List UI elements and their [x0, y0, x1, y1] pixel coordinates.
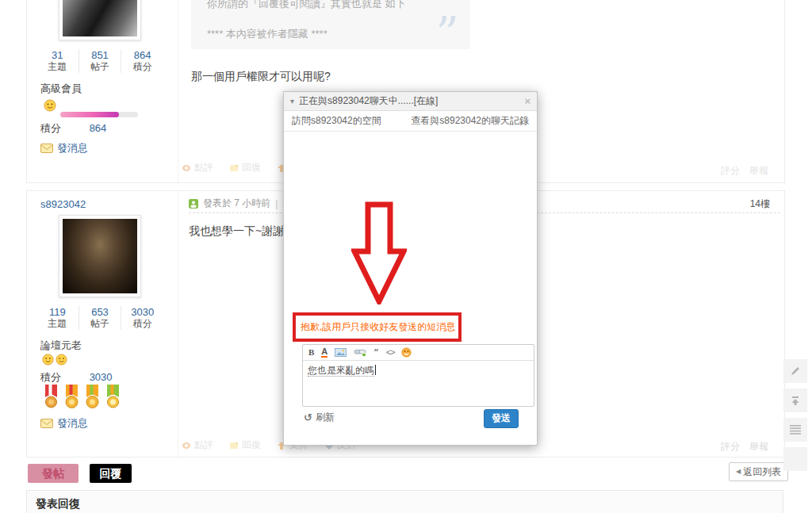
- medal-row: [42, 385, 122, 408]
- edit-float-button[interactable]: [783, 359, 807, 383]
- quote-mark-icon: ”: [435, 19, 459, 48]
- avatar[interactable]: [59, 215, 141, 297]
- smiley-icons: [42, 354, 67, 366]
- back-arrow-icon: ◀: [736, 463, 741, 480]
- admin-actions: 評分 舉報: [721, 164, 768, 178]
- pencil-icon: [790, 366, 801, 377]
- stat-credits[interactable]: 864 積分: [121, 49, 163, 73]
- refresh-icon: ↺: [304, 412, 312, 423]
- send-message-link[interactable]: 發消息: [40, 416, 88, 431]
- medal-icon: [42, 385, 60, 408]
- envelope-icon: [40, 419, 53, 428]
- reply-form-title: 發表回復: [36, 497, 80, 511]
- back-to-list-label: 返回列表: [743, 463, 781, 480]
- send-message-label: 發消息: [57, 416, 88, 431]
- warning-highlight-box: 抱歉,該用戶只接收好友發送的短消息: [293, 312, 462, 342]
- send-message-link[interactable]: 發消息: [40, 141, 88, 155]
- score-label: 積分: [40, 122, 61, 134]
- back-to-top-float-button[interactable]: [783, 389, 807, 412]
- font-color-button[interactable]: A: [321, 347, 327, 358]
- chat-popup-titlebar[interactable]: ▾ 正在與s8923042聊天中......[在線] ×: [284, 92, 537, 111]
- reply-action[interactable]: 回復: [229, 438, 261, 452]
- stat-threads[interactable]: 119 主題: [36, 306, 79, 330]
- credit-progress-bar: [60, 112, 138, 117]
- message-editor: B A “ <> 您也是來亂的嗎: [302, 344, 534, 407]
- rate-action[interactable]: 評分: [721, 164, 740, 178]
- stat-credits[interactable]: 3030 積分: [121, 306, 163, 330]
- new-thread-button[interactable]: 發帖: [28, 464, 79, 483]
- author-icon: [189, 199, 198, 209]
- chat-history-link[interactable]: 查看與s8923042的聊天記錄: [411, 114, 529, 128]
- score-line: 積分 3030: [40, 370, 113, 385]
- posted-time: 發表於 7 小時前: [203, 197, 270, 210]
- report-action[interactable]: 舉報: [749, 164, 768, 178]
- smilies-button[interactable]: [401, 347, 412, 358]
- quote-line: 你所謂的『回覆後可閱讀』其實也就是 如下: [207, 0, 406, 11]
- top-arrow-icon: [790, 396, 801, 406]
- stat-label: 積分: [121, 61, 163, 73]
- score-value: 3030: [90, 371, 113, 383]
- extra-float-button[interactable]: [783, 447, 807, 471]
- admin-actions: 評分 舉報: [721, 440, 768, 454]
- comment-icon: [182, 441, 191, 450]
- stat-posts[interactable]: 851 帖子: [79, 49, 122, 73]
- red-arrow-annotation: [351, 201, 407, 304]
- credit-progress-fill: [60, 112, 119, 117]
- code-button[interactable]: <>: [386, 348, 395, 357]
- rate-action[interactable]: 評分: [721, 440, 740, 454]
- username-link[interactable]: s8923042: [40, 198, 86, 210]
- stat-posts[interactable]: 653 帖子: [79, 306, 122, 330]
- score-line: 積分 864: [40, 121, 106, 136]
- envelope-icon: [40, 144, 53, 153]
- stat-label: 主題: [36, 61, 79, 73]
- editor-toolbar: B A “ <>: [303, 345, 534, 361]
- insert-image-button[interactable]: [335, 348, 347, 357]
- send-message-label: 發消息: [57, 141, 88, 155]
- refresh-button[interactable]: ↺ 刷新: [304, 411, 335, 424]
- warning-message: 抱歉,該用戶只接收好友發送的短消息: [301, 321, 455, 332]
- user-rank: 高級會員: [40, 82, 82, 96]
- chat-popup-window: ▾ 正在與s8923042聊天中......[在線] × 訪問s8923042的…: [283, 91, 538, 446]
- avatar-image: [63, 219, 137, 293]
- medal-icon: [83, 385, 102, 408]
- stat-threads[interactable]: 31 主題: [36, 49, 79, 73]
- avatar[interactable]: [59, 0, 141, 40]
- reply-action[interactable]: 回復: [229, 161, 261, 174]
- reply-icon: [229, 163, 239, 173]
- stat-label: 帖子: [79, 61, 121, 73]
- smiley-icon: [42, 354, 54, 366]
- stat-label: 積分: [121, 318, 163, 330]
- quote-block: 你所謂的『回覆後可閱讀』其實也就是 如下 **** 本內容被作者隱藏 **** …: [191, 0, 470, 49]
- user-rank: 論壇元老: [40, 339, 82, 353]
- message-input[interactable]: 您也是來亂的嗎: [303, 361, 534, 381]
- sidebar-divider: [178, 191, 178, 457]
- medal-icon: [63, 385, 81, 408]
- reply-icon: [229, 441, 239, 450]
- report-action[interactable]: 舉報: [749, 440, 768, 454]
- bold-button[interactable]: B: [308, 348, 314, 357]
- comment-action[interactable]: 點評: [182, 438, 213, 452]
- avatar-image: [63, 0, 137, 36]
- reply-form-panel: 發表回復: [26, 490, 783, 513]
- post-body: 我也想學一下~謝謝: [189, 224, 284, 239]
- insert-link-button[interactable]: [354, 348, 366, 357]
- user-stats: 119 主題 653 帖子 3030 積分: [36, 306, 163, 330]
- score-value: 864: [90, 122, 107, 134]
- comment-icon: [182, 163, 191, 173]
- forum-thread-page: 31 主題 851 帖子 864 積分 高級會員 積分 864 發消息: [0, 0, 812, 513]
- visit-space-link[interactable]: 訪問s8923042的空間: [292, 114, 381, 128]
- quote-button[interactable]: “: [373, 348, 378, 357]
- collapse-icon[interactable]: ▾: [290, 97, 294, 105]
- thread-list-float-button[interactable]: [783, 418, 807, 442]
- stat-value: 653: [79, 306, 121, 318]
- send-button[interactable]: 發送: [484, 409, 519, 428]
- stat-value: 31: [36, 49, 79, 61]
- close-icon[interactable]: ×: [524, 95, 530, 107]
- stat-label: 主題: [36, 318, 79, 330]
- comment-action[interactable]: 點評: [182, 161, 213, 174]
- sidebar-divider: [178, 0, 178, 182]
- smiley-icon: [56, 354, 67, 366]
- reply-button[interactable]: 回覆: [90, 464, 132, 483]
- floor-number: 14樓: [750, 197, 770, 211]
- back-to-list-button[interactable]: ◀ 返回列表: [729, 462, 788, 481]
